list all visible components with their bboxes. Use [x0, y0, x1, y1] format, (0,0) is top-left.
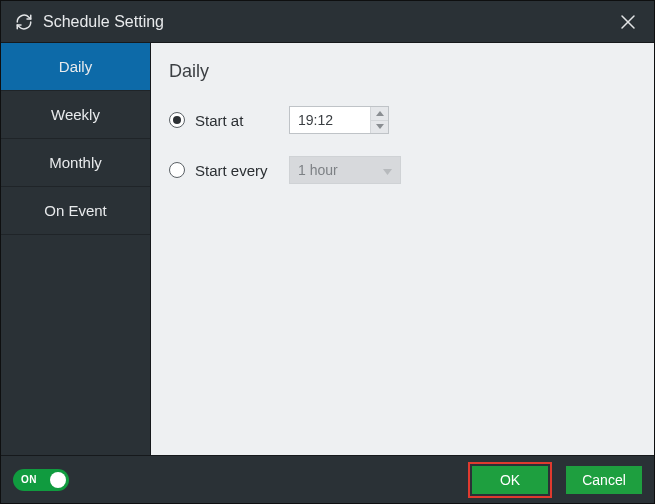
time-step-down[interactable]	[371, 120, 388, 134]
start-every-radio[interactable]	[169, 162, 185, 178]
time-step-up[interactable]	[371, 107, 388, 120]
enable-toggle[interactable]: ON	[13, 469, 69, 491]
cancel-button[interactable]: Cancel	[566, 466, 642, 494]
tab-label: Monthly	[49, 154, 102, 171]
tab-label: On Event	[44, 202, 107, 219]
start-at-row: Start at	[169, 106, 636, 134]
start-at-label: Start at	[195, 112, 279, 129]
ok-button[interactable]: OK	[472, 466, 548, 494]
refresh-icon	[15, 13, 33, 31]
chevron-down-icon	[383, 162, 392, 178]
schedule-setting-dialog: Schedule Setting Daily Weekly Monthly On…	[0, 0, 655, 504]
tab-daily[interactable]: Daily	[1, 43, 150, 91]
start-every-value: 1 hour	[298, 162, 338, 178]
content-panel: Daily Start at	[150, 43, 654, 455]
toggle-knob	[50, 472, 66, 488]
tab-monthly[interactable]: Monthly	[1, 139, 150, 187]
toggle-state-label: ON	[21, 474, 37, 485]
svg-marker-3	[376, 124, 384, 129]
tab-label: Weekly	[51, 106, 100, 123]
start-every-row: Start every 1 hour	[169, 156, 636, 184]
tab-on-event[interactable]: On Event	[1, 187, 150, 235]
tab-label: Daily	[59, 58, 92, 75]
window-title: Schedule Setting	[43, 13, 164, 31]
ok-highlight: OK	[468, 462, 552, 498]
dialog-body: Daily Weekly Monthly On Event Daily Star…	[1, 43, 654, 455]
titlebar: Schedule Setting	[1, 1, 654, 43]
footer: ON OK Cancel	[1, 455, 654, 503]
start-time-input[interactable]	[289, 106, 389, 134]
footer-buttons: OK Cancel	[468, 462, 642, 498]
panel-heading: Daily	[169, 61, 636, 82]
sidebar: Daily Weekly Monthly On Event	[1, 43, 150, 455]
svg-marker-2	[376, 111, 384, 116]
time-stepper	[370, 107, 388, 133]
start-at-radio[interactable]	[169, 112, 185, 128]
tab-weekly[interactable]: Weekly	[1, 91, 150, 139]
start-every-label: Start every	[195, 162, 279, 179]
svg-marker-4	[383, 169, 392, 175]
close-button[interactable]	[616, 10, 640, 34]
start-every-select[interactable]: 1 hour	[289, 156, 401, 184]
start-time-field[interactable]	[290, 107, 370, 133]
